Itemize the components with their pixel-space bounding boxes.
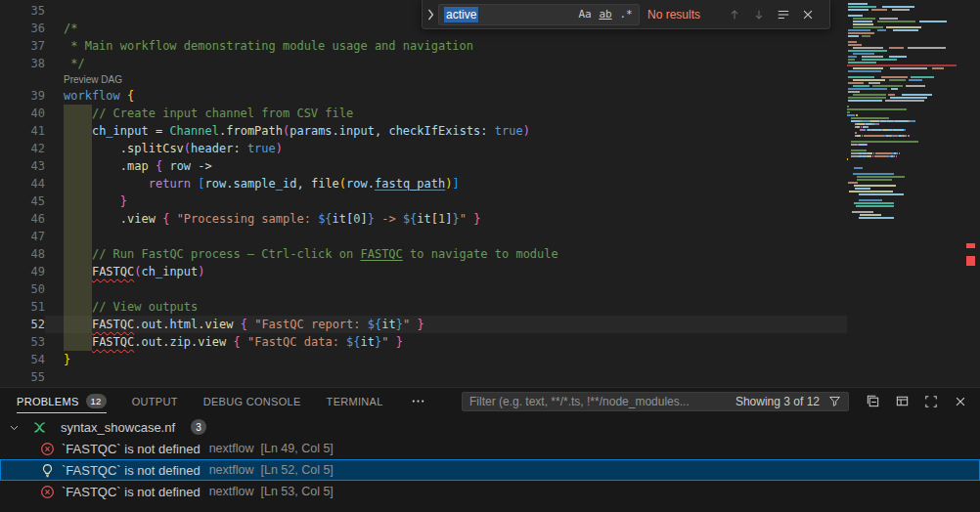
problem-source: nextflow [209, 463, 254, 477]
problem-message: `FASTQC` is not defined [62, 463, 200, 478]
tab-output[interactable]: OUTPUT [132, 388, 178, 414]
tab-output-label: OUTPUT [132, 396, 178, 407]
code-line-43[interactable]: 43 .map { row -> [0, 157, 847, 175]
vscode-window: 3536/*37 * Main workflow demonstrating m… [0, 0, 980, 512]
line-number: 35 [0, 2, 45, 20]
code-line-47[interactable]: 47 [0, 228, 847, 245]
more-tabs-icon[interactable] [409, 394, 428, 408]
line-number: 38 [0, 55, 45, 72]
find-flags: Aa ab .* [575, 5, 636, 24]
find-query-text: active [444, 7, 478, 22]
problem-location: [Ln 52, Col 5] [260, 463, 333, 477]
code-line-44[interactable]: 44 return [row.sample_id, file(row.fastq… [0, 175, 847, 192]
code-line-55[interactable]: 55 [0, 368, 847, 386]
close-panel-icon[interactable] [951, 392, 970, 411]
find-in-selection-icon[interactable] [773, 4, 794, 25]
panel-actions [863, 392, 970, 411]
problems-file-group[interactable]: syntax_showcase.nf 3 [0, 416, 980, 438]
filter-input[interactable] [469, 395, 728, 408]
filter-result-count: Showing 3 of 12 [735, 395, 820, 408]
toggle-replace-chevron-icon[interactable] [423, 0, 438, 28]
tab-problems[interactable]: PROBLEMS 12 [17, 388, 107, 414]
problem-source: nextflow [209, 485, 254, 498]
line-number: 46 [0, 210, 45, 228]
line-number: 51 [0, 298, 45, 316]
find-buttons [724, 4, 819, 25]
code-line-49[interactable]: 49 FASTQC(ch_input) [0, 263, 847, 280]
line-number: 45 [0, 192, 45, 210]
close-find-icon[interactable] [797, 4, 819, 25]
problem-message: `FASTQC` is not defined [62, 442, 200, 456]
maximize-panel-icon[interactable] [921, 392, 941, 411]
line-number: 44 [0, 175, 45, 192]
find-input[interactable]: active Aa ab .* [438, 4, 640, 25]
view-as-table-icon[interactable] [892, 392, 912, 411]
line-number: 54 [0, 351, 45, 368]
code-line-40[interactable]: 40 // Create input channel from CSV file [0, 105, 847, 122]
line-number: 53 [0, 333, 45, 351]
filter-icon[interactable] [824, 392, 844, 411]
line-number: 55 [0, 368, 45, 386]
collapse-all-icon[interactable] [863, 392, 882, 411]
file-error-count-badge: 3 [191, 419, 206, 435]
code-line-45[interactable]: 45 } [0, 192, 847, 210]
code-line-52[interactable]: 52 FASTQC.out.html.view { "FastQC report… [0, 316, 847, 333]
code-line-51[interactable]: 51 // View outputs [0, 298, 847, 316]
problem-row[interactable]: `FASTQC` is not definednextflow[Ln 52, C… [0, 459, 980, 481]
problem-location: [Ln 49, Col 5] [260, 442, 333, 455]
code-line-50[interactable]: 50 [0, 280, 847, 298]
line-number: 37 [0, 37, 45, 55]
line-number: 48 [0, 245, 45, 263]
problems-list: `FASTQC` is not definednextflow[Ln 49, C… [0, 438, 980, 502]
line-number: 49 [0, 263, 45, 280]
find-widget: active Aa ab .* No results [422, 0, 830, 29]
regex-icon[interactable]: .* [616, 5, 636, 24]
code-line-37[interactable]: 37 * Main workflow demonstrating module … [0, 37, 847, 55]
line-number: 50 [0, 280, 45, 298]
code-line-48[interactable]: 48 // Run FastQC process – Ctrl-click on… [0, 245, 847, 263]
previous-match-icon[interactable] [724, 4, 745, 25]
line-number: 41 [0, 122, 45, 140]
tab-debug-console[interactable]: DEBUG CONSOLE [203, 388, 301, 414]
file-name: syntax_showcase.nf [61, 420, 175, 435]
problem-location: [Ln 53, Col 5] [260, 485, 333, 498]
problem-message: `FASTQC` is not defined [62, 485, 200, 499]
overview-ruler [962, 0, 980, 387]
code-line-39[interactable]: 39workflow { [0, 87, 847, 105]
code-line-38[interactable]: 38 */ [0, 55, 847, 72]
tab-terminal-label: TERMINAL [327, 396, 383, 407]
error-icon [40, 442, 56, 456]
problem-row[interactable]: `FASTQC` is not definednextflow[Ln 49, C… [0, 438, 980, 459]
problems-count-badge: 12 [86, 394, 107, 408]
code-line-53[interactable]: 53 FASTQC.out.zip.view { "FastQC data: $… [0, 333, 847, 351]
nextflow-file-icon [32, 420, 48, 435]
code-line-54[interactable]: 54} [0, 351, 847, 368]
tab-terminal[interactable]: TERMINAL [327, 388, 383, 414]
error-icon [40, 485, 56, 499]
whole-word-icon[interactable]: ab [596, 5, 615, 24]
code-editor[interactable]: 3536/*37 * Main workflow demonstrating m… [0, 0, 980, 387]
match-case-icon[interactable]: Aa [575, 5, 595, 24]
line-number: 40 [0, 105, 45, 122]
error-mark [966, 256, 975, 266]
problem-row[interactable]: `FASTQC` is not definednextflow[Ln 53, C… [0, 481, 980, 502]
problem-source: nextflow [209, 442, 254, 455]
codelens-preview-dag[interactable]: Preview DAG [64, 72, 122, 87]
tab-debug-console-label: DEBUG CONSOLE [203, 396, 301, 407]
next-match-icon[interactable] [748, 4, 770, 25]
bottom-panel: PROBLEMS 12 OUTPUT DEBUG CONSOLE TERMINA… [0, 387, 980, 512]
minimap-content [847, 0, 962, 231]
panel-tab-bar: PROBLEMS 12 OUTPUT DEBUG CONSOLE TERMINA… [0, 388, 980, 414]
error-mark [966, 243, 975, 248]
line-number: 43 [0, 157, 45, 175]
problems-filter-box: Showing 3 of 12 [462, 392, 849, 411]
chevron-down-icon [9, 420, 22, 435]
code-line-41[interactable]: 41 ch_input = Channel.fromPath(params.in… [0, 122, 847, 140]
code-area: 3536/*37 * Main workflow demonstrating m… [0, 2, 847, 386]
line-number: 47 [0, 228, 45, 245]
code-line-46[interactable]: 46 .view { "Processing sample: ${it[0]} … [0, 210, 847, 228]
line-number: 42 [0, 140, 45, 157]
line-number: 52 [0, 316, 45, 333]
minimap[interactable] [847, 0, 962, 387]
code-line-42[interactable]: 42 .splitCsv(header: true) [0, 140, 847, 157]
